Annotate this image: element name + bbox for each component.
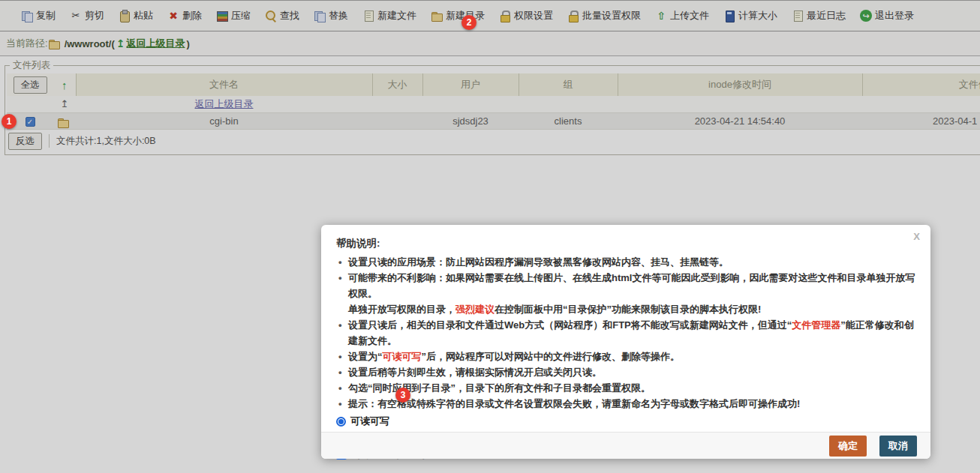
help-bullet: 设置为“可读可写”后，网站程序可以对网站中的文件进行修改、删除等操作。	[336, 349, 915, 364]
option-read-write[interactable]: 可读可写	[336, 413, 389, 430]
dialog-title: 帮助说明:	[336, 237, 915, 250]
cancel-button[interactable]: 取消	[879, 436, 917, 457]
radio-checked-icon	[336, 417, 346, 427]
confirm-button[interactable]: 确定	[829, 436, 867, 457]
help-bullet: 可能带来的不利影响：如果网站需要在线上传图片、在线生成html文件等可能因此受到…	[336, 270, 915, 317]
annotation-badge-2: 2	[461, 15, 476, 30]
help-bullet-list: 设置只读的应用场景：防止网站因程序漏洞导致被黑客修改网站内容、挂马、挂黑链等。可…	[336, 254, 915, 412]
help-bullet: 设置后稍等片刻即生效，请根据实际情况开启或关闭只读。	[336, 364, 915, 380]
help-bullet: 勾选“同时应用到子目录”，目录下的所有文件和子目录都会重置权限。	[336, 380, 915, 396]
annotation-badge-3: 3	[395, 388, 410, 403]
annotation-badge-1: 1	[2, 114, 17, 129]
close-icon[interactable]: X	[913, 231, 920, 242]
help-dialog: X 帮助说明: 设置只读的应用场景：防止网站因程序漏洞导致被黑客修改网站内容、挂…	[321, 225, 930, 459]
help-bullet: 设置只读后，相关的目录和文件通过Web方式（网站程序）和FTP将不能改写或新建网…	[336, 317, 915, 349]
help-bullet: 提示：有空格或特殊字符的目录或文件名设置权限会失败，请重新命名为字母或数字格式后…	[336, 396, 915, 412]
dialog-footer: 确定 取消	[321, 432, 930, 459]
help-bullet: 设置只读的应用场景：防止网站因程序漏洞导致被黑客修改网站内容、挂马、挂黑链等。	[336, 254, 915, 270]
option-label: 可读可写	[350, 415, 389, 428]
